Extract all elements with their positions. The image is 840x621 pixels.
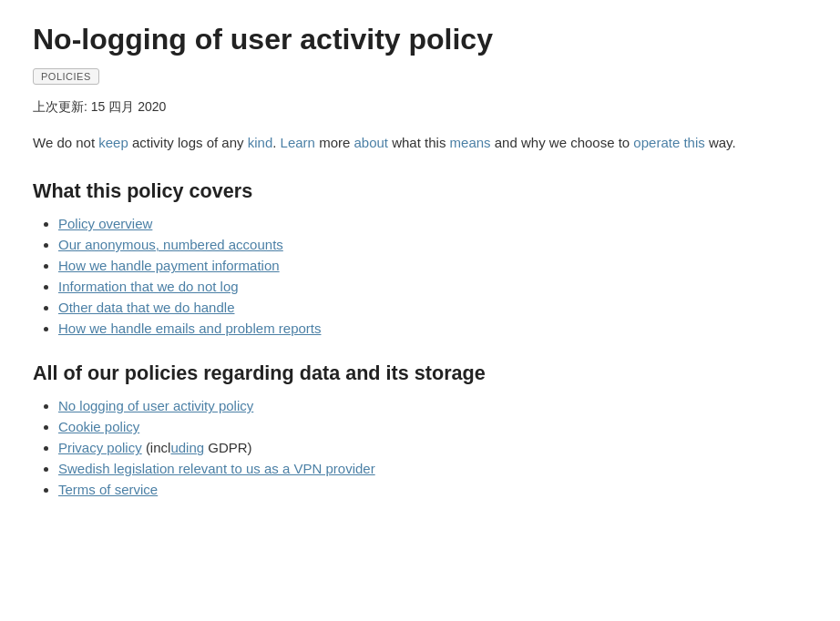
list-item: Privacy policy (including GDPR): [58, 440, 807, 455]
list-item: Policy overview: [58, 216, 807, 231]
cookie-policy-link[interactable]: Cookie policy: [58, 419, 139, 434]
this-link[interactable]: this: [683, 135, 704, 150]
learn-link[interactable]: Learn: [281, 135, 315, 150]
section1-heading: What this policy covers: [33, 179, 807, 203]
privacy-suffix: (including GDPR): [146, 440, 252, 455]
privacy-policy-link[interactable]: Privacy policy: [58, 440, 142, 455]
list-item: Our anonymous, numbered accounts: [58, 237, 807, 252]
section1-list: Policy overview Our anonymous, numbered …: [33, 216, 807, 336]
page-title: No-logging of user activity policy: [33, 22, 807, 56]
section-what-covers: What this policy covers Policy overview …: [33, 179, 807, 336]
last-updated-text: 上次更新: 15 四月 2020: [33, 99, 807, 116]
operate-link[interactable]: operate: [633, 135, 680, 150]
keep-link[interactable]: keep: [98, 135, 128, 150]
no-logging-policy-link[interactable]: No logging of user activity policy: [58, 398, 253, 413]
terms-of-service-link[interactable]: Terms of service: [58, 482, 158, 497]
list-item: How we handle emails and problem reports: [58, 321, 807, 336]
list-item: Swedish legislation relevant to us as a …: [58, 461, 807, 476]
means-link[interactable]: means: [450, 135, 491, 150]
intro-paragraph: We do not keep activity logs of any kind…: [33, 132, 807, 154]
policy-overview-link[interactable]: Policy overview: [58, 216, 152, 231]
list-item: How we handle payment information: [58, 258, 807, 273]
list-item: Cookie policy: [58, 419, 807, 434]
list-item: Information that we do not log: [58, 279, 807, 294]
policies-badge: POLICIES: [33, 68, 99, 85]
section-all-policies: All of our policies regarding data and i…: [33, 361, 807, 497]
anonymous-accounts-link[interactable]: Our anonymous, numbered accounts: [58, 237, 283, 252]
kind-link[interactable]: kind: [248, 135, 273, 150]
section2-heading: All of our policies regarding data and i…: [33, 361, 807, 385]
swedish-legislation-link[interactable]: Swedish legislation relevant to us as a …: [58, 461, 375, 476]
list-item: No logging of user activity policy: [58, 398, 807, 413]
about-link[interactable]: about: [353, 135, 388, 150]
info-not-log-link[interactable]: Information that we do not log: [58, 279, 239, 294]
other-data-link[interactable]: Other data that we do handle: [58, 300, 234, 315]
emails-problems-link[interactable]: How we handle emails and problem reports: [58, 321, 321, 336]
list-item: Other data that we do handle: [58, 300, 807, 315]
section2-list: No logging of user activity policy Cooki…: [33, 398, 807, 497]
payment-info-link[interactable]: How we handle payment information: [58, 258, 280, 273]
list-item: Terms of service: [58, 482, 807, 497]
